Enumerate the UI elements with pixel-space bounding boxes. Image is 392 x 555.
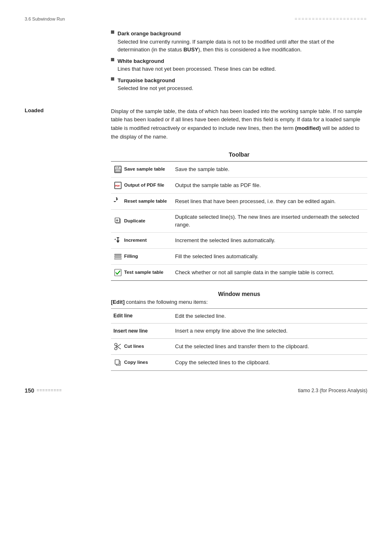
increment-icon: + <box>113 236 122 245</box>
toolbar-reset-cell: Reset sample table <box>111 193 173 209</box>
header-dots: ===================== <box>295 16 367 21</box>
toolbar-table: Save sample table Save the sample table. <box>111 161 367 281</box>
toolbar-test-cell: Test sample table <box>111 264 173 280</box>
menu-row-cut-lines: Cut lines Cut the selected lines and tra… <box>111 338 367 354</box>
reset-icon <box>113 197 122 206</box>
menu-row-copy-lines: Copy lines Copy the selected lines to th… <box>111 354 367 370</box>
svg-point-20 <box>115 343 117 346</box>
bullet-turquoise-desc: Selected line not yet processed. <box>118 85 193 91</box>
toolbar-section: Toolbar <box>25 151 367 371</box>
svg-rect-3 <box>117 166 118 168</box>
loaded-desc: Display of the sample table, the data of… <box>111 108 362 140</box>
toolbar-save-cell: Save sample table <box>111 161 173 177</box>
copy-lines-desc: Copy the selected lines to the clipboard… <box>173 354 367 370</box>
toolbar-row-save: Save sample table Save the sample table. <box>111 161 367 177</box>
toolbar-row-test: Test sample table Check whether or not a… <box>111 264 367 280</box>
bullet-marker-turquoise <box>111 77 114 81</box>
loaded-section: Loaded Display of the sample table, the … <box>25 107 367 141</box>
toolbar-pdf-desc: Output the sample table as PDF file. <box>173 177 367 193</box>
cut-lines-label: Cut lines <box>124 343 144 350</box>
increment-label: Increment <box>124 237 147 244</box>
toolbar-filling-cell: Filling <box>111 248 173 264</box>
toolbar-save-desc: Save the sample table. <box>173 161 367 177</box>
bullet-dark-orange: Dark orange background Selected line cur… <box>111 30 367 54</box>
bullet-dark-orange-desc: Selected line currently running. If samp… <box>118 39 334 53</box>
page-number: 150 <box>25 387 34 394</box>
bullet-white: White background Lines that have not yet… <box>111 57 367 73</box>
toolbar-test-desc: Check whether or not all sample data in … <box>173 264 367 280</box>
cut-lines-cell: Cut lines <box>111 338 173 354</box>
svg-rect-17 <box>115 258 121 259</box>
bullet-turquoise-title: Turquoise background <box>118 77 175 83</box>
copy-icon <box>113 358 122 367</box>
pdf-icon: PDF <box>113 181 122 190</box>
menu-row-edit-line: Edit line Edit the selected line. <box>111 308 367 324</box>
toolbar-increment-desc: Increment the selected lines automatical… <box>173 232 367 248</box>
duplicate-label: Duplicate <box>124 217 145 224</box>
footer-dots: ========= <box>37 388 62 393</box>
toolbar-row-filling: Filling Fill the selected lines automati… <box>111 248 367 264</box>
toolbar-row-increment: + Increment Increment the selected lines… <box>111 232 367 248</box>
svg-text:PDF: PDF <box>115 185 120 187</box>
reset-label: Reset sample table <box>124 198 167 205</box>
page-footer: 150 ========= tiamo 2.3 (for Process Ana… <box>25 387 367 394</box>
copy-lines-label: Copy lines <box>124 359 148 366</box>
background-list: Dark orange background Selected line cur… <box>111 30 367 92</box>
toolbar-duplicate-cell: Duplicate <box>111 209 173 232</box>
toolbar-reset-desc: Reset lines that have been processed, i.… <box>173 193 367 209</box>
pdf-label: Output of PDF file <box>124 182 164 189</box>
bullet-white-desc: Lines that have not yet been processed. … <box>118 66 276 72</box>
window-menus-section: Window menus [Edit] contains the followi… <box>111 291 367 371</box>
cut-lines-desc: Cut the selected lines and transfer them… <box>173 338 367 354</box>
bullet-marker-white <box>111 58 114 61</box>
window-menus-heading: Window menus <box>111 291 367 297</box>
product-name: tiamo 2.3 (for Process Analysis) <box>298 388 367 393</box>
toolbar-heading: Toolbar <box>111 151 367 158</box>
duplicate-icon <box>113 216 122 225</box>
bullet-turquoise: Turquoise background Selected line not y… <box>111 76 367 92</box>
toolbar-pdf-cell: PDF Output of PDF file <box>111 177 173 193</box>
svg-rect-16 <box>115 256 121 257</box>
test-icon <box>113 268 122 277</box>
toolbar-row-duplicate: Duplicate Duplicate selected line(s). Th… <box>111 209 367 232</box>
save-label: Save sample table <box>124 166 165 173</box>
svg-rect-2 <box>115 169 120 172</box>
svg-text:+: + <box>114 238 116 241</box>
svg-rect-15 <box>115 254 121 255</box>
copy-lines-cell: Copy lines <box>111 354 173 370</box>
toolbar-filling-desc: Fill the selected lines automatically. <box>173 248 367 264</box>
loaded-label: Loaded <box>25 107 44 113</box>
bullet-dark-orange-title: Dark orange background <box>118 30 181 37</box>
edit-line-desc: Edit the selected line. <box>173 308 367 324</box>
bullet-white-title: White background <box>118 58 164 64</box>
filling-label: Filling <box>124 253 138 260</box>
toolbar-row-reset: Reset sample table Reset lines that have… <box>111 193 367 209</box>
insert-line-desc: Insert a new empty line above the line s… <box>173 324 367 339</box>
svg-marker-12 <box>116 240 120 243</box>
page-number-block: 150 ========= <box>25 387 62 394</box>
menu-table: Edit line Edit the selected line. Insert… <box>111 308 367 371</box>
section-label-header: 3.6 Subwindow Run <box>25 16 65 21</box>
toolbar-increment-cell: + Increment <box>111 232 173 248</box>
filling-icon <box>113 252 122 261</box>
svg-rect-24 <box>115 360 119 364</box>
page-header: 3.6 Subwindow Run ===================== <box>25 16 367 21</box>
window-menus-sub: [Edit] contains the following menu items… <box>111 299 367 305</box>
page-container: 3.6 Subwindow Run ===================== … <box>0 0 392 555</box>
cut-icon <box>113 342 122 351</box>
svg-point-19 <box>115 347 117 350</box>
toolbar-duplicate-desc: Duplicate selected line(s). The new line… <box>173 209 367 232</box>
test-label: Test sample table <box>124 269 164 276</box>
save-icon <box>113 165 122 174</box>
insert-line-label: Insert new line <box>111 324 173 339</box>
toolbar-row-pdf: PDF Output of PDF file Output the sample… <box>111 177 367 193</box>
bullet-marker <box>111 30 114 34</box>
edit-bold: [Edit] <box>111 299 125 305</box>
menu-row-insert-line: Insert new line Insert a new empty line … <box>111 324 367 339</box>
edit-line-label: Edit line <box>111 308 173 324</box>
